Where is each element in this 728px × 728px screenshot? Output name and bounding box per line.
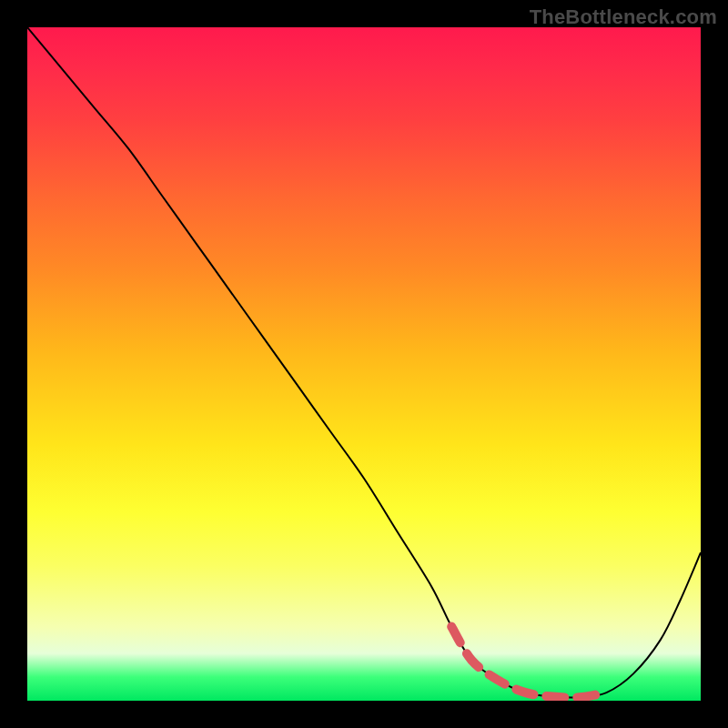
watermark-text: TheBottleneck.com xyxy=(530,5,717,29)
curve-layer xyxy=(27,27,701,701)
chart-frame: TheBottleneck.com xyxy=(0,0,728,728)
highlight-segment xyxy=(451,627,606,698)
plot-area xyxy=(27,27,701,701)
bottleneck-curve xyxy=(27,27,701,698)
